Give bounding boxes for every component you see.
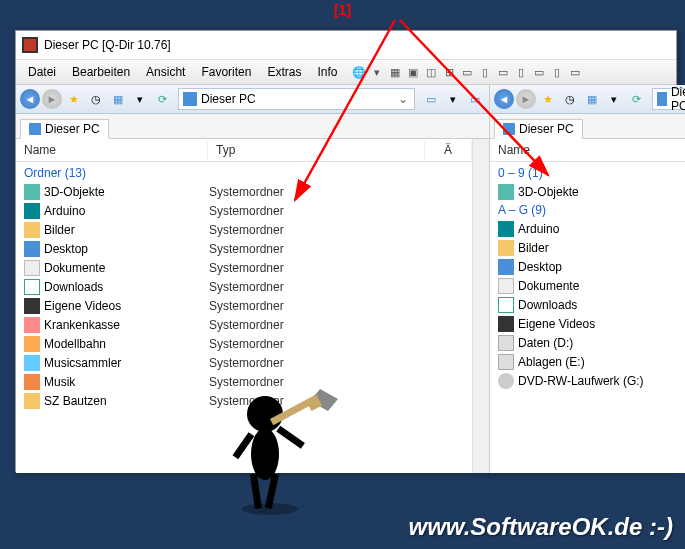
- globe-icon[interactable]: 🌐: [351, 64, 367, 80]
- dropdown-icon[interactable]: ▾: [130, 89, 150, 109]
- list-item[interactable]: ArduinoSystemordner: [16, 201, 472, 220]
- list-item[interactable]: DVD-RW-Laufwerk (G:): [490, 371, 685, 390]
- col-a[interactable]: Ä: [425, 141, 472, 159]
- right-column-header[interactable]: Name: [490, 139, 685, 162]
- col-name[interactable]: Name: [490, 141, 685, 159]
- pane-dd-1[interactable]: ▾: [443, 89, 463, 109]
- list-item[interactable]: 3D-Objekte: [490, 182, 685, 201]
- view-icon[interactable]: ▦: [582, 89, 602, 109]
- back-button[interactable]: ◄: [20, 89, 40, 109]
- layout-1-icon[interactable]: ▦: [387, 64, 403, 80]
- item-icon: [24, 279, 40, 295]
- list-item[interactable]: DownloadsSystemordner: [16, 277, 472, 296]
- item-name: 3D-Objekte: [44, 185, 209, 199]
- list-item[interactable]: Downloads: [490, 295, 685, 314]
- layout-9-icon[interactable]: ▭: [531, 64, 547, 80]
- layout-5-icon[interactable]: ▭: [459, 64, 475, 80]
- list-item[interactable]: DesktopSystemordner: [16, 239, 472, 258]
- layout-3-icon[interactable]: ◫: [423, 64, 439, 80]
- list-item[interactable]: Eigene Videos: [490, 314, 685, 333]
- item-type: Systemordner: [209, 318, 284, 332]
- dropdown-icon[interactable]: ▾: [369, 64, 385, 80]
- item-name: Krankenkasse: [44, 318, 209, 332]
- svg-point-4: [251, 428, 279, 480]
- computer-icon: [183, 92, 197, 106]
- list-item[interactable]: Desktop: [490, 257, 685, 276]
- pane-icon-1[interactable]: ▭: [421, 89, 441, 109]
- list-item[interactable]: Bilder: [490, 238, 685, 257]
- layout-7-icon[interactable]: ▭: [495, 64, 511, 80]
- item-type: Systemordner: [209, 299, 284, 313]
- refresh-icon[interactable]: ⟳: [152, 89, 172, 109]
- dropdown-icon[interactable]: ▾: [604, 89, 624, 109]
- item-icon: [24, 222, 40, 238]
- left-column-header[interactable]: Name Typ Ä: [16, 139, 472, 162]
- menu-bearbeiten[interactable]: Bearbeiten: [64, 63, 138, 81]
- layout-11-icon[interactable]: ▭: [567, 64, 583, 80]
- favorite-icon[interactable]: ★: [64, 89, 84, 109]
- col-typ[interactable]: Typ: [208, 141, 425, 159]
- list-item[interactable]: BilderSystemordner: [16, 220, 472, 239]
- item-type: Systemordner: [209, 261, 284, 275]
- annotation-label: [1]: [334, 2, 351, 18]
- item-name: Arduino: [518, 222, 685, 236]
- address-bar[interactable]: Dieser PC: [652, 88, 685, 110]
- history-icon[interactable]: ◷: [86, 89, 106, 109]
- layout-6-icon[interactable]: ▯: [477, 64, 493, 80]
- computer-icon: [657, 92, 667, 106]
- list-item[interactable]: Dokumente: [490, 276, 685, 295]
- list-item[interactable]: KrankenkasseSystemordner: [16, 315, 472, 334]
- group-label[interactable]: Ordner (13): [16, 164, 472, 182]
- back-button[interactable]: ◄: [494, 89, 514, 109]
- list-item[interactable]: Eigene VideosSystemordner: [16, 296, 472, 315]
- item-name: Desktop: [44, 242, 209, 256]
- item-type: Systemordner: [209, 242, 284, 256]
- history-icon[interactable]: ◷: [560, 89, 580, 109]
- left-tabbar: Dieser PC: [16, 114, 489, 139]
- col-name[interactable]: Name: [16, 141, 208, 159]
- menu-favoriten[interactable]: Favoriten: [193, 63, 259, 81]
- group-label[interactable]: A – G (9): [490, 201, 685, 219]
- layout-4-icon[interactable]: ⊞: [441, 64, 457, 80]
- right-pane: ◄ ► ★ ◷ ▦ ▾ ⟳ Dieser PC Dieser PC: [490, 85, 685, 473]
- list-item[interactable]: Arduino: [490, 219, 685, 238]
- list-item[interactable]: Daten (D:): [490, 333, 685, 352]
- item-icon: [24, 298, 40, 314]
- list-item[interactable]: Ablagen (E:): [490, 352, 685, 371]
- refresh-icon[interactable]: ⟳: [626, 89, 646, 109]
- list-item[interactable]: 3D-ObjekteSystemordner: [16, 182, 472, 201]
- forward-button[interactable]: ►: [42, 89, 62, 109]
- layout-8-icon[interactable]: ▯: [513, 64, 529, 80]
- menu-info[interactable]: Info: [309, 63, 345, 81]
- view-icon[interactable]: ▦: [108, 89, 128, 109]
- left-tab[interactable]: Dieser PC: [20, 119, 109, 139]
- titlebar[interactable]: Dieser PC [Q-Dir 10.76]: [16, 31, 676, 60]
- pane-icon-2[interactable]: ▭: [465, 89, 485, 109]
- address-bar[interactable]: Dieser PC ⌄: [178, 88, 415, 110]
- address-dropdown-icon[interactable]: ⌄: [396, 92, 410, 106]
- item-icon: [498, 335, 514, 351]
- item-icon: [24, 241, 40, 257]
- layout-2-icon[interactable]: ▣: [405, 64, 421, 80]
- menubar: Datei Bearbeiten Ansicht Favoriten Extra…: [16, 60, 676, 85]
- item-icon: [498, 354, 514, 370]
- right-listing[interactable]: 0 – 9 (1)3D-ObjekteA – G (9)ArduinoBilde…: [490, 162, 685, 473]
- forward-button[interactable]: ►: [516, 89, 536, 109]
- menu-extras[interactable]: Extras: [259, 63, 309, 81]
- layout-10-icon[interactable]: ▯: [549, 64, 565, 80]
- favorite-icon[interactable]: ★: [538, 89, 558, 109]
- right-tab[interactable]: Dieser PC: [494, 119, 583, 139]
- item-name: Musik: [44, 375, 209, 389]
- menu-ansicht[interactable]: Ansicht: [138, 63, 193, 81]
- menu-datei[interactable]: Datei: [20, 63, 64, 81]
- group-label[interactable]: 0 – 9 (1): [490, 164, 685, 182]
- item-name: Downloads: [44, 280, 209, 294]
- list-item[interactable]: MusicsammlerSystemordner: [16, 353, 472, 372]
- item-icon: [498, 221, 514, 237]
- item-icon: [24, 374, 40, 390]
- list-item[interactable]: DokumenteSystemordner: [16, 258, 472, 277]
- list-item[interactable]: ModellbahnSystemordner: [16, 334, 472, 353]
- computer-icon: [503, 123, 515, 135]
- left-scrollbar[interactable]: [472, 139, 489, 473]
- app-icon: [22, 37, 38, 53]
